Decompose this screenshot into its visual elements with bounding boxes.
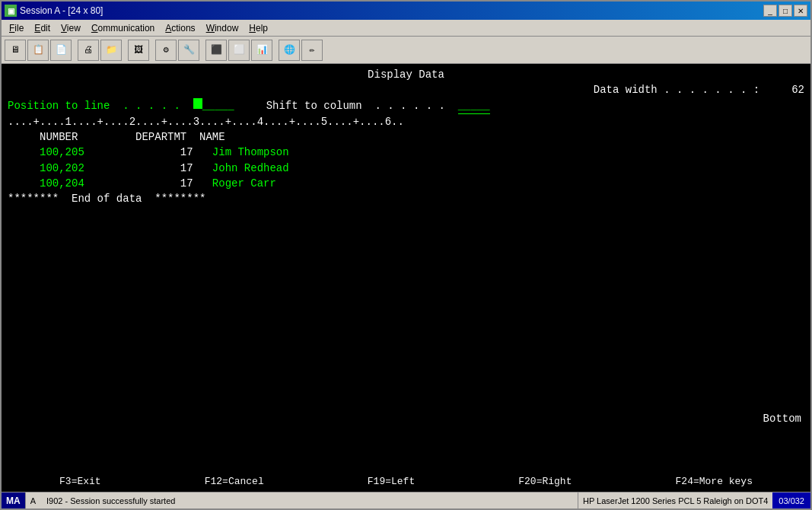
data-width-line: Data width . . . . . . . : 62: [8, 82, 804, 97]
toolbar-btn-6[interactable]: 🖼: [128, 40, 149, 61]
headers-line: NUMBER DEPARTMT NAME: [8, 129, 804, 145]
toolbar-btn-1[interactable]: 🖥: [5, 40, 26, 61]
fkey-f3[interactable]: F3=Exit: [59, 476, 101, 487]
cursor-block: [193, 98, 202, 109]
position-line: Position to line . . . . . _____ Shift t…: [8, 98, 804, 114]
menu-view[interactable]: View: [56, 21, 85, 35]
app-icon: ▣: [5, 5, 17, 17]
window-title: Session A - [24 x 80]: [20, 5, 103, 16]
row-2: 100,202 17 John Redhead: [8, 161, 804, 176]
session-name-text: A: [30, 496, 36, 505]
data-width-value: 62: [791, 82, 804, 97]
toolbar-btn-13[interactable]: ✏: [301, 40, 323, 61]
page-count-text: 03/032: [779, 496, 804, 505]
row-2-name: John Redhead: [212, 161, 289, 176]
maximize-button[interactable]: □: [779, 5, 792, 17]
end-of-data: ******** End of data ********: [8, 191, 205, 206]
ruler-line: ....+....1....+....2....+....3....+....4…: [8, 114, 804, 129]
menu-bar: File Edit View Communication Actions Win…: [2, 20, 810, 37]
printer-info: HP LaserJet 1200 Series PCL 5 Raleigh on…: [578, 492, 772, 508]
menu-communication[interactable]: Communication: [87, 21, 159, 35]
toolbar-btn-4[interactable]: 🖨: [78, 40, 99, 61]
toolbar-btn-10[interactable]: ⬜: [228, 40, 250, 61]
title-bar-left: ▣ Session A - [24 x 80]: [5, 5, 103, 17]
row-3-number: 100,204: [8, 176, 84, 191]
menu-window[interactable]: Window: [202, 21, 244, 35]
end-of-data-line: ******** End of data ********: [8, 191, 804, 206]
bottom-indicator: Bottom: [763, 413, 801, 425]
toolbar-btn-3[interactable]: 📄: [50, 40, 72, 61]
data-width-label: Data width . . . . . . . :: [146, 82, 791, 97]
col-number-header: NUMBER DEPARTMT NAME: [8, 129, 225, 145]
minimize-button[interactable]: _: [763, 5, 777, 17]
row-1-name: Jim Thompson: [212, 145, 289, 160]
fkey-bar: F3=Exit F12=Cancel F19=Left F20=Right F2…: [2, 470, 810, 492]
row-2-number: 100,202: [8, 161, 84, 176]
menu-actions[interactable]: Actions: [161, 21, 199, 35]
window: ▣ Session A - [24 x 80] _ □ ✕ File Edit …: [0, 0, 812, 510]
row-3-dept: 17: [84, 176, 212, 191]
page-count: 03/032: [772, 492, 810, 508]
fkey-f19[interactable]: F19=Left: [368, 476, 415, 487]
toolbar-btn-12[interactable]: 🌐: [279, 40, 300, 61]
row-2-dept: 17: [84, 161, 212, 176]
display-data-line: Display Data: [8, 67, 804, 82]
status-bar: MA A I902 - Session successfully started…: [2, 492, 810, 508]
session-name: A: [25, 492, 40, 508]
toolbar-btn-11[interactable]: 📊: [251, 40, 272, 61]
fkey-f24[interactable]: F24=More keys: [676, 476, 753, 487]
terminal-area[interactable]: Display Data Data width . . . . . . . : …: [2, 64, 810, 470]
row-3: 100,204 17 Roger Carr: [8, 176, 804, 191]
bottom-label: Bottom: [763, 413, 801, 425]
position-underline: _____: [202, 98, 266, 114]
shift-label: Shift to column . . . . . .: [266, 98, 458, 114]
title-bar: ▣ Session A - [24 x 80] _ □ ✕: [2, 2, 810, 20]
fkey-f20[interactable]: F20=Right: [518, 476, 572, 487]
menu-help[interactable]: Help: [244, 21, 272, 35]
status-message-text: I902 - Session successfully started: [46, 496, 175, 505]
session-indicator-text: MA: [6, 496, 21, 506]
close-button[interactable]: ✕: [794, 5, 807, 17]
status-message: I902 - Session successfully started: [40, 496, 578, 505]
title-buttons: _ □ ✕: [763, 5, 807, 17]
position-label: Position to line . . . . .: [8, 98, 193, 114]
ruler: ....+....1....+....2....+....3....+....4…: [8, 114, 404, 129]
printer-info-text: HP LaserJet 1200 Series PCL 5 Raleigh on…: [583, 496, 768, 505]
menu-file[interactable]: File: [5, 21, 28, 35]
row-1-number: 100,205: [8, 145, 84, 160]
toolbar-btn-2[interactable]: 📋: [27, 40, 49, 61]
row-1: 100,205 17 Jim Thompson: [8, 145, 804, 160]
row-1-dept: 17: [84, 145, 212, 160]
fkey-f12[interactable]: F12=Cancel: [205, 476, 264, 487]
display-data-title: Display Data: [8, 67, 804, 82]
shift-underline: _____: [458, 98, 490, 114]
session-indicator: MA: [2, 492, 25, 508]
row-3-name: Roger Carr: [212, 176, 276, 191]
toolbar-btn-5[interactable]: 📁: [100, 40, 122, 61]
toolbar: 🖥 📋 📄 🖨 📁 🖼 ⚙ 🔧 ⬛ ⬜ 📊 🌐 ✏: [2, 37, 810, 64]
toolbar-btn-7[interactable]: ⚙: [155, 40, 177, 61]
toolbar-btn-8[interactable]: 🔧: [178, 40, 199, 61]
toolbar-btn-9[interactable]: ⬛: [205, 40, 227, 61]
menu-edit[interactable]: Edit: [30, 21, 55, 35]
